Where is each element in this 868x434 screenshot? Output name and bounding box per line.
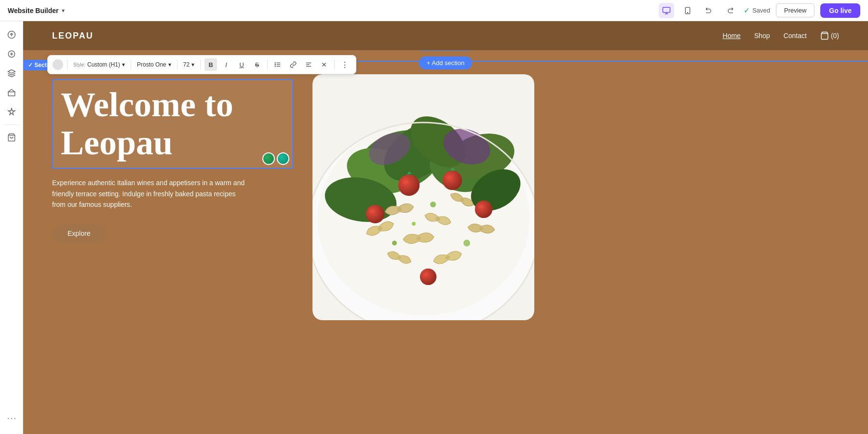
sidebar-icon-more[interactable]: ⋯ xyxy=(3,412,20,429)
text-editor-area: Style: Custom (H1) ▾ Prosto One ▾ 72 ▾ xyxy=(52,79,293,243)
style-label: Style: xyxy=(73,62,85,68)
svg-point-52 xyxy=(412,222,416,226)
heading-text-box[interactable]: Welcome to Leopau xyxy=(52,79,293,169)
collaborator-avatar-2 xyxy=(277,152,289,165)
collaborator-avatars xyxy=(262,152,289,165)
food-image xyxy=(312,74,534,320)
underline-button[interactable]: U xyxy=(235,58,248,71)
svg-point-39 xyxy=(447,176,451,179)
svg-point-42 xyxy=(478,205,483,208)
heading-text[interactable]: Welcome to Leopau xyxy=(61,86,285,162)
font-name: Prosto One xyxy=(137,61,166,68)
svg-point-51 xyxy=(463,240,470,246)
sidebar-divider xyxy=(5,124,18,125)
font-selector[interactable]: Prosto One ▾ xyxy=(135,60,173,69)
left-sidebar: ⋯ xyxy=(0,21,23,434)
style-value: Custom (H1) xyxy=(87,61,120,68)
app-title: Website Builder xyxy=(8,7,59,14)
svg-point-9 xyxy=(275,66,275,67)
toolbar-separator-4 xyxy=(200,60,201,69)
font-size-value: 72 xyxy=(183,61,190,68)
add-section-button[interactable]: + Add section xyxy=(419,56,472,69)
topbar: Website Builder ▾ ✓ Saved Previe xyxy=(0,0,868,21)
pasta-food-illustration xyxy=(312,74,534,320)
clear-format-button[interactable] xyxy=(318,58,330,71)
sidebar-icon-magic[interactable] xyxy=(3,103,20,121)
content-section: Style: Custom (H1) ▾ Prosto One ▾ 72 ▾ xyxy=(23,50,868,339)
svg-point-7 xyxy=(275,63,275,63)
description-text: Experience authentic Italian wines and a… xyxy=(52,177,245,210)
bold-button[interactable]: B xyxy=(204,58,217,71)
style-chevron-icon: ▾ xyxy=(122,61,125,68)
toolbar-separator-3 xyxy=(177,60,177,69)
canvas-header: LEOPAU Home Shop Contact (0) xyxy=(23,21,868,50)
sidebar-icon-shapes[interactable] xyxy=(3,84,20,101)
text-formatting-toolbar: Style: Custom (H1) ▾ Prosto One ▾ 72 ▾ xyxy=(47,55,356,74)
nav-contact[interactable]: Contact xyxy=(784,32,807,40)
svg-point-41 xyxy=(475,201,492,218)
svg-point-8 xyxy=(275,64,275,65)
saved-label: Saved xyxy=(752,7,770,14)
canvas-area: Header + Add sticky bar LEOPAU Home Shop… xyxy=(23,21,868,434)
align-button[interactable] xyxy=(302,58,315,71)
preview-button[interactable]: Preview xyxy=(776,3,814,17)
sidebar-icon-back[interactable] xyxy=(3,26,20,43)
toolbar-color-swatch[interactable] xyxy=(53,59,63,70)
topbar-right: ✓ Saved Preview Go live xyxy=(659,3,860,18)
svg-point-36 xyxy=(403,180,408,184)
redo-button[interactable] xyxy=(722,3,738,18)
font-size-selector[interactable]: 72 ▾ xyxy=(181,60,196,69)
svg-point-50 xyxy=(392,241,397,245)
svg-point-47 xyxy=(420,269,436,285)
undo-button[interactable] xyxy=(701,3,717,18)
site-logo: LEOPAU xyxy=(52,31,94,41)
toolbar-separator-5 xyxy=(267,60,268,69)
collaborator-avatar-1 xyxy=(262,152,275,165)
desktop-view-button[interactable] xyxy=(659,3,674,18)
font-size-chevron-icon: ▾ xyxy=(191,61,194,68)
main-layout: ⋯ Header + Add sticky bar LEOPAU Home Sh… xyxy=(0,21,868,434)
mobile-view-button[interactable] xyxy=(680,3,695,18)
more-options-button[interactable]: ⋮ xyxy=(339,58,351,71)
golive-button[interactable]: Go live xyxy=(820,3,860,18)
svg-point-44 xyxy=(366,205,384,223)
explore-button[interactable]: Explore xyxy=(52,224,106,243)
strikethrough-button[interactable]: S̶ xyxy=(251,58,263,71)
canvas-nav: Home Shop Contact (0) xyxy=(723,31,839,40)
sidebar-icon-layers[interactable] xyxy=(3,65,20,82)
toolbar-separator xyxy=(67,60,68,69)
font-chevron-icon: ▾ xyxy=(168,61,171,68)
cart-bag-icon xyxy=(820,31,829,40)
saved-checkmark: ✓ xyxy=(744,6,750,15)
link-button[interactable] xyxy=(287,58,299,71)
list-button[interactable] xyxy=(271,58,284,71)
saved-status: ✓ Saved xyxy=(744,6,770,15)
svg-point-2 xyxy=(688,12,688,13)
app-title-chevron[interactable]: ▾ xyxy=(62,7,65,14)
toolbar-separator-2 xyxy=(131,60,131,69)
style-selector[interactable]: Style: Custom (H1) ▾ xyxy=(71,60,127,69)
svg-point-49 xyxy=(430,202,436,207)
svg-point-45 xyxy=(370,210,375,213)
svg-rect-0 xyxy=(663,7,670,13)
nav-shop[interactable]: Shop xyxy=(754,32,770,40)
topbar-left: Website Builder ▾ xyxy=(8,7,65,14)
toolbar-separator-6 xyxy=(334,60,335,69)
svg-point-35 xyxy=(398,175,420,196)
sidebar-icon-cart[interactable] xyxy=(3,129,20,146)
svg-point-38 xyxy=(443,171,462,190)
italic-button[interactable]: I xyxy=(220,58,232,71)
cart-icon-area[interactable]: (0) xyxy=(820,31,839,40)
sidebar-icon-add[interactable] xyxy=(3,45,20,63)
cart-count: (0) xyxy=(831,32,839,40)
nav-home[interactable]: Home xyxy=(723,32,741,40)
